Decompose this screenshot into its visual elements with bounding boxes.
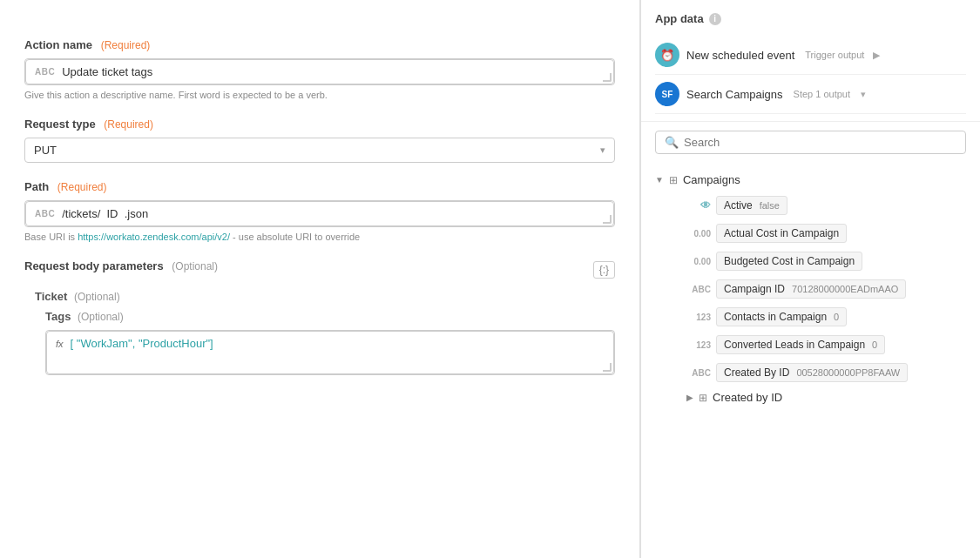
- tags-value: [ "WorkJam", "ProductHour"]: [71, 337, 213, 350]
- trigger-source-tag: Trigger output: [805, 50, 864, 60]
- step-source-name: Search Campaigns: [686, 88, 783, 101]
- list-item[interactable]: 0.00 Budgeted Cost in Campaign: [686, 247, 966, 275]
- tags-subsection: Tags (Optional) fx [ "WorkJam", "Product…: [45, 310, 615, 375]
- actual-cost-label: Actual Cost in Campaign: [724, 227, 839, 239]
- expand-grid-icon: ⊞: [699, 392, 707, 404]
- contacts-label: Contacts in Campaign: [724, 311, 827, 323]
- trigger-source-item[interactable]: ⏰ New scheduled event Trigger output ▶: [655, 36, 966, 75]
- expand-triangle-icon: ▶: [686, 393, 693, 402]
- step-dropdown-icon: ▾: [861, 89, 866, 100]
- active-item-pill[interactable]: Active false: [716, 196, 787, 215]
- type-label-converted: 123: [686, 340, 711, 350]
- request-body-optional: (Optional): [172, 260, 218, 272]
- campaigns-group: ▼ ⊞ Campaigns 👁 Active false 0.: [641, 168, 980, 408]
- info-icon: i: [709, 13, 721, 25]
- fx-icon: fx: [56, 339, 64, 349]
- campaigns-group-header[interactable]: ▼ ⊞ Campaigns: [655, 168, 966, 192]
- created-by-id-label: Created By ID: [724, 366, 789, 379]
- path-input[interactable]: [62, 207, 605, 220]
- converted-leads-item-pill[interactable]: Converted Leads in Campaign 0: [716, 335, 885, 354]
- type-label-actual: 0.00: [686, 229, 711, 239]
- contacts-item-pill[interactable]: Contacts in Campaign 0: [716, 307, 847, 326]
- active-item-value: false: [760, 200, 780, 211]
- request-body-header: Request body parameters (Optional) {:}: [24, 259, 615, 279]
- path-hint: Base URI is https://workato.zendesk.com/…: [24, 232, 615, 242]
- path-input-row[interactable]: ABC: [25, 201, 614, 226]
- actual-cost-item-pill[interactable]: Actual Cost in Campaign: [716, 224, 847, 243]
- campaign-id-value: 70128000000EADmAAO: [792, 284, 898, 294]
- request-type-required: (Required): [104, 118, 153, 131]
- campaign-id-label: Campaign ID: [724, 283, 785, 295]
- right-panel: App data i ⏰ New scheduled event Trigger…: [640, 0, 980, 558]
- created-by-id-value: 00528000000PP8FAAW: [796, 367, 900, 378]
- action-name-input-row[interactable]: ABC: [25, 59, 614, 84]
- list-item[interactable]: 123 Contacts in Campaign 0: [686, 303, 966, 331]
- data-tree: ▼ ⊞ Campaigns 👁 Active false 0.: [641, 163, 980, 558]
- right-header: App data i ⏰ New scheduled event Trigger…: [641, 0, 980, 122]
- tags-input-wrapper: fx [ "WorkJam", "ProductHour"]: [45, 330, 615, 375]
- output-arrow-icon: ▶: [873, 50, 880, 61]
- request-type-select[interactable]: PUT ▾: [24, 138, 615, 163]
- type-label-campaign-id: ABC: [686, 285, 711, 294]
- path-label: Path (Required): [24, 180, 615, 193]
- type-label-created-by-id: ABC: [686, 368, 711, 378]
- type-label-eye: 👁: [686, 199, 711, 212]
- list-item[interactable]: ABC Campaign ID 70128000000EADmAAO: [686, 275, 966, 303]
- created-by-id-item-pill[interactable]: Created By ID 00528000000PP8FAAW: [716, 363, 908, 382]
- tags-label: Tags (Optional): [45, 310, 615, 323]
- request-type-value: PUT: [34, 144, 600, 157]
- list-item[interactable]: 0.00 Actual Cost in Campaign: [686, 219, 966, 247]
- contacts-value: 0: [834, 312, 839, 322]
- converted-leads-value: 0: [872, 340, 877, 350]
- tags-optional: (Optional): [78, 311, 124, 323]
- step-source-tag: Step 1 output: [794, 89, 850, 99]
- resize-handle: [603, 73, 612, 82]
- search-icon: 🔍: [665, 136, 679, 149]
- clock-icon: ⏰: [655, 43, 679, 67]
- group-chevron-icon: ▼: [655, 175, 664, 185]
- trigger-source-name: New scheduled event: [686, 49, 794, 62]
- left-panel: Action name (Required) ABC Give this act…: [0, 0, 640, 558]
- path-hint-link[interactable]: https://workato.zendesk.com/api/v2/: [78, 232, 230, 242]
- path-input-wrapper: ABC: [24, 200, 615, 227]
- salesforce-icon: SF: [655, 82, 679, 106]
- type-label-budgeted: 0.00: [686, 257, 711, 266]
- ticket-subsection: Ticket (Optional) Tags (Optional) fx [ "…: [35, 290, 615, 375]
- action-name-required: (Required): [101, 39, 151, 51]
- path-badge: ABC: [35, 209, 55, 218]
- ticket-label: Ticket (Optional): [35, 290, 615, 303]
- path-resize-handle: [603, 215, 612, 224]
- path-required: (Required): [57, 181, 107, 193]
- list-item[interactable]: ABC Created By ID 00528000000PP8FAAW: [686, 359, 966, 387]
- action-name-label: Action name (Required): [24, 38, 615, 51]
- converted-leads-label: Converted Leads in Campaign: [724, 339, 865, 351]
- budgeted-cost-item-pill[interactable]: Budgeted Cost in Campaign: [716, 252, 862, 271]
- app-data-title: App data i: [655, 12, 966, 25]
- campaign-id-item-pill[interactable]: Campaign ID 70128000000EADmAAO: [716, 279, 906, 299]
- action-name-input-wrapper: ABC: [24, 58, 615, 85]
- active-item-label: Active: [724, 199, 753, 212]
- action-name-hint: Give this action a descriptive name. Fir…: [24, 90, 615, 100]
- action-name-badge: ABC: [35, 67, 55, 77]
- type-label-contacts: 123: [686, 313, 711, 322]
- tree-items-list: 👁 Active false 0.00 Actual Cost in Campa…: [686, 192, 966, 408]
- request-body-label: Request body parameters (Optional): [24, 259, 218, 272]
- chevron-down-icon: ▾: [600, 145, 605, 156]
- request-type-label: Request type (Required): [24, 118, 615, 131]
- ticket-optional: (Optional): [74, 291, 120, 303]
- group-grid-icon: ⊞: [669, 174, 678, 186]
- created-by-id-expandable-label: Created by ID: [713, 391, 782, 404]
- json-badge: {:}: [593, 261, 615, 279]
- tags-input-row[interactable]: fx [ "WorkJam", "ProductHour"]: [46, 331, 614, 374]
- created-by-id-expandable[interactable]: ▶ ⊞ Created by ID: [686, 387, 966, 408]
- tags-resize-handle: [603, 363, 612, 372]
- budgeted-cost-label: Budgeted Cost in Campaign: [724, 255, 855, 267]
- list-item[interactable]: 123 Converted Leads in Campaign 0: [686, 331, 966, 359]
- list-item[interactable]: 👁 Active false: [686, 192, 966, 219]
- action-name-input[interactable]: [62, 65, 605, 78]
- step-source-item[interactable]: SF Search Campaigns Step 1 output ▾: [655, 75, 966, 114]
- campaigns-group-name: Campaigns: [683, 173, 740, 186]
- search-input[interactable]: [684, 136, 956, 149]
- search-box[interactable]: 🔍: [655, 131, 966, 154]
